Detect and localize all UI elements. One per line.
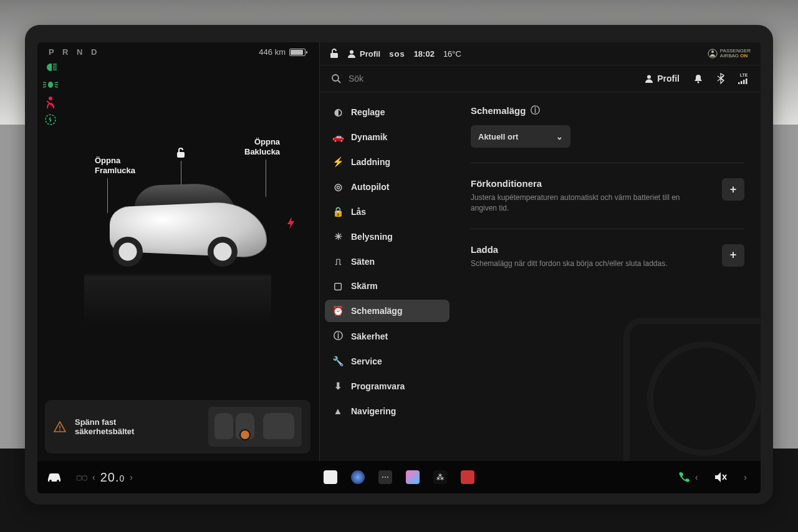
charge-desc: Schemalägg när ditt fordon ska börja och…: [471, 259, 695, 269]
svg-line-5: [43, 82, 46, 83]
dealer-watermark: [623, 318, 761, 480]
app-1-icon[interactable]: [324, 470, 337, 484]
lock-icon[interactable]: [330, 49, 339, 59]
svg-rect-28: [746, 78, 748, 84]
svg-rect-17: [330, 53, 338, 58]
nav-autopilot[interactable]: ◎Autopilot: [325, 176, 449, 198]
wrench-icon: 🔧: [332, 356, 344, 367]
range-indicator[interactable]: 446 km: [259, 47, 305, 57]
status-bar: Profil sos 18:02 16°C PASSENGERAIRBAG ON: [320, 42, 761, 65]
add-precondition-button[interactable]: +: [722, 178, 744, 201]
clock: 18:02: [414, 49, 435, 59]
camera-app-icon[interactable]: [351, 470, 365, 484]
profile-button[interactable]: Profil: [347, 49, 380, 59]
svg-rect-25: [738, 82, 740, 84]
bluetooth-icon[interactable]: [717, 73, 724, 84]
vol-down-button[interactable]: ‹: [690, 472, 703, 482]
open-frunk-callout[interactable]: ÖppnaFramlucka: [95, 156, 135, 176]
navigation-icon: ▲: [332, 406, 344, 416]
toggle-icon: ◐: [332, 107, 344, 118]
temp-down-button[interactable]: ‹: [87, 472, 100, 482]
nav-service[interactable]: 🔧Service: [325, 350, 449, 373]
signal-icon[interactable]: LTE: [738, 73, 749, 84]
gear-selector: P R N D: [49, 47, 100, 57]
precondition-desc: Justera kupétemperaturen automatiskt och…: [471, 192, 695, 214]
screen-bezel: P R N D 446 km ÖppnaFramlucka: [25, 25, 773, 505]
mute-icon[interactable]: [714, 472, 728, 483]
search-field[interactable]: Sök: [331, 74, 632, 83]
nav-sakerhet[interactable]: ⓘSäkerhet: [325, 325, 449, 348]
car-icon: 🚗: [332, 131, 344, 143]
svg-line-7: [43, 87, 46, 87]
seat-occupancy-diagram: [208, 407, 302, 447]
svg-point-30: [57, 480, 59, 482]
nav-las[interactable]: 🔒Lås: [325, 201, 449, 223]
vehicle-status-pane: P R N D 446 km ÖppnaFramlucka: [37, 42, 318, 461]
nav-reglage[interactable]: ◐Reglage: [325, 101, 449, 123]
tidal-app-icon[interactable]: ⁂: [433, 470, 447, 484]
seatbelt-text: Spänn fastsäkerhetsbältet: [75, 417, 134, 436]
svg-line-8: [55, 82, 58, 83]
svg-point-21: [332, 75, 339, 81]
warning-icon: [54, 421, 66, 432]
panel-title: Schemalägg: [471, 105, 526, 116]
regen-limited-icon: [42, 113, 59, 126]
precondition-row: Förkonditionera Justera kupétemperaturen…: [471, 178, 744, 214]
location-dropdown[interactable]: Aktuell ort ⌄: [471, 125, 570, 148]
app-4-icon[interactable]: [406, 470, 420, 484]
parking-light-icon: [42, 78, 59, 91]
add-charge-button[interactable]: +: [722, 244, 744, 267]
outside-temp: 16°C: [443, 49, 461, 59]
search-icon: [331, 74, 341, 83]
svg-point-16: [59, 430, 60, 431]
vehicle-render[interactable]: [37, 179, 318, 287]
info-icon[interactable]: ⓘ: [531, 105, 540, 116]
unlock-callout[interactable]: [176, 147, 186, 158]
nav-laddning[interactable]: ⚡Laddning: [325, 151, 449, 173]
temp-up-button[interactable]: ›: [125, 472, 138, 482]
nav-saten[interactable]: ⎍Säten: [325, 250, 449, 272]
nav-skarm[interactable]: ▢Skärm: [325, 275, 449, 297]
seatbelt-reminder-card[interactable]: Spänn fastsäkerhetsbältet: [45, 400, 310, 454]
vol-up-button[interactable]: ›: [739, 472, 752, 482]
phone-app-icon[interactable]: [678, 471, 690, 483]
all-apps-icon[interactable]: ⋯: [378, 470, 392, 484]
schedule-panel: Schemalägg ⓘ Aktuell ort ⌄ Förkonditione…: [454, 92, 761, 461]
download-icon: ⬇: [332, 381, 344, 392]
car-app-icon[interactable]: [46, 472, 62, 483]
lock-icon: 🔒: [332, 206, 344, 217]
notifications-icon[interactable]: [693, 74, 703, 83]
clock-icon: ⏰: [332, 305, 344, 316]
nav-programvara[interactable]: ⬇Programvara: [325, 375, 449, 397]
steering-icon: ◎: [332, 181, 344, 192]
svg-rect-27: [743, 80, 745, 84]
defrost-icons[interactable]: ▢▢: [76, 474, 87, 481]
nav-dynamik[interactable]: 🚗Dynamik: [325, 126, 449, 148]
bottom-dock: ▢▢ ‹ 20.0 › ⋯ ⁂ ‹ ›: [37, 461, 761, 493]
svg-point-20: [711, 50, 714, 53]
charge-title: Ladda: [471, 244, 713, 255]
low-beam-icon: [42, 61, 59, 74]
range-value: 446 km: [259, 47, 286, 57]
precondition-title: Förkonditionera: [471, 178, 713, 189]
search-placeholder: Sök: [349, 74, 363, 83]
svg-line-10: [55, 87, 58, 87]
settings-sidebar: ◐Reglage 🚗Dynamik ⚡Laddning ◎Autopilot 🔒…: [320, 92, 454, 461]
battery-icon: [289, 49, 305, 56]
cabin-temp[interactable]: 20.0: [100, 470, 125, 485]
touchscreen: P R N D 446 km ÖppnaFramlucka: [37, 42, 761, 493]
info-icon: ⓘ: [332, 330, 344, 342]
nav-schemalagg[interactable]: ⏰Schemalägg: [325, 300, 449, 322]
open-trunk-callout[interactable]: ÖppnaBaklucka: [244, 137, 280, 158]
app-6-icon[interactable]: [461, 470, 474, 484]
svg-point-11: [49, 97, 52, 100]
passenger-airbag-status: PASSENGERAIRBAG ON: [708, 49, 751, 59]
profile-chip[interactable]: Profil: [645, 74, 680, 83]
nav-navigering[interactable]: ▲Navigering: [325, 400, 449, 422]
nav-belysning[interactable]: ☀Belysning: [325, 226, 449, 248]
svg-point-23: [647, 75, 651, 79]
svg-point-24: [698, 82, 699, 83]
sos-button[interactable]: sos: [389, 49, 405, 59]
telltale-column: [42, 61, 59, 126]
svg-rect-14: [177, 152, 185, 158]
